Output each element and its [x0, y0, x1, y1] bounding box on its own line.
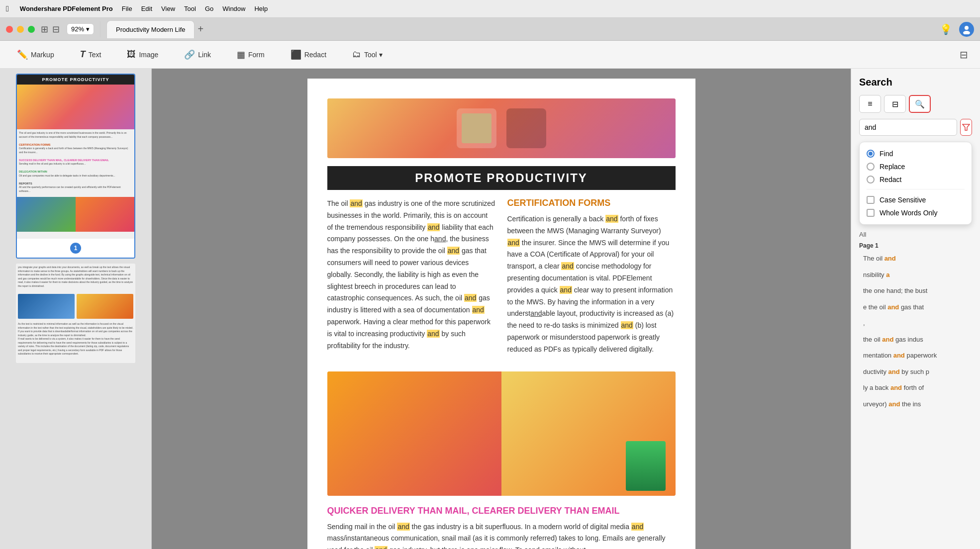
highlight-and-6: and: [427, 330, 439, 338]
doc-image-area: [327, 371, 676, 496]
result-item-6[interactable]: the oil and gas indus: [859, 332, 972, 347]
replace-radio[interactable]: [867, 163, 875, 171]
case-sensitive-checkbox[interactable]: [867, 196, 875, 204]
toolbar: ✏️ Markup T Text 🖼 Image 🔗 Link ▦ Form ⬛…: [0, 41, 980, 69]
maximize-button[interactable]: [28, 26, 35, 33]
find-option[interactable]: Find: [867, 147, 965, 160]
result-highlight-6: and: [882, 336, 893, 343]
menu-tool[interactable]: Tool: [184, 5, 196, 12]
result-highlight-1: and: [884, 255, 896, 262]
thumbnail-sidebar: PROMOTE PRODUCTIVITY The oil and gas ind…: [0, 69, 152, 549]
find-label: Find: [880, 150, 893, 158]
result-item-1[interactable]: The oil and: [859, 251, 972, 266]
image-tool[interactable]: 🖼 Image: [122, 46, 163, 63]
panel-toggle-icon[interactable]: ⊟: [52, 24, 60, 35]
result-item-10[interactable]: urveyor) and the ins: [859, 397, 972, 412]
search-tab-list[interactable]: ⊟: [884, 95, 906, 113]
text-tool[interactable]: T Text: [75, 46, 106, 63]
case-sensitive-label: Case Sensitive: [880, 196, 926, 204]
text-label: Text: [89, 51, 101, 59]
menu-view[interactable]: View: [161, 5, 175, 12]
highlight-and-5: and: [472, 306, 485, 314]
apple-logo-icon: : [6, 4, 9, 13]
close-button[interactable]: [6, 26, 13, 33]
result-item-4[interactable]: e the oil and gas that: [859, 300, 972, 315]
highlight-and-r3: and: [561, 262, 574, 270]
result-item-3[interactable]: the one hand; the bust: [859, 283, 972, 298]
link-tool[interactable]: 🔗 Link: [179, 46, 216, 63]
tool-dropdown[interactable]: 🗂 Tool ▾: [347, 46, 388, 63]
doc-header-banner: [327, 98, 676, 158]
whole-words-checkbox[interactable]: [867, 209, 875, 217]
svg-point-1: [963, 31, 970, 34]
grid-view-icon[interactable]: ⊞: [41, 24, 48, 35]
case-sensitive-option[interactable]: Case Sensitive: [867, 193, 965, 206]
link-label: Link: [198, 51, 211, 59]
doc-left-col: The oil and gas industry is one of the m…: [327, 198, 495, 364]
result-item-9[interactable]: ly a back and forth of: [859, 380, 972, 395]
result-item-5[interactable]: ,: [859, 316, 972, 331]
certification-title: CERTIFICATION FORMS: [507, 198, 676, 208]
tool-label: Tool ▾: [364, 51, 383, 59]
minimize-button[interactable]: [17, 26, 24, 33]
redact-option[interactable]: Redact: [867, 173, 965, 186]
doc-right-col: CERTIFICATION FORMS Certification is gen…: [507, 198, 676, 364]
result-item-7[interactable]: mentation and paperwork: [859, 348, 972, 363]
search-input[interactable]: [859, 119, 957, 136]
replace-option[interactable]: Replace: [867, 160, 965, 173]
markup-tool[interactable]: ✏️ Markup: [12, 46, 59, 63]
doc-two-col: The oil and gas industry is one of the m…: [327, 198, 676, 364]
search-input-row: [859, 119, 972, 136]
find-radio[interactable]: [867, 150, 875, 158]
markup-label: Markup: [31, 51, 54, 59]
add-tab-button[interactable]: +: [197, 23, 203, 35]
markup-icon: ✏️: [17, 49, 28, 60]
result-item-2[interactable]: nsibility a: [859, 268, 972, 282]
main-layout: PROMOTE PRODUCTIVITY The oil and gas ind…: [0, 69, 980, 549]
form-label: Form: [248, 51, 265, 59]
whole-words-label: Whole Words Only: [880, 209, 937, 217]
thumb-img-2: you integrate your graphs and data into …: [16, 264, 135, 363]
zoom-control[interactable]: 92% ▾: [67, 23, 94, 35]
result-highlight-10: and: [888, 400, 900, 408]
app-name: Wondershare PDFelement Pro: [20, 5, 113, 12]
checkbox-section: Case Sensitive Whole Words Only: [867, 189, 965, 219]
tool-icon: 🗂: [352, 49, 361, 60]
result-page-label: Page 1: [859, 242, 972, 249]
thumb-title: PROMOTE PRODUCTIVITY: [17, 75, 134, 85]
redact-label: Redact: [304, 51, 326, 59]
tab-productivity[interactable]: Productivity Modern Life: [106, 20, 195, 38]
replace-label: Replace: [880, 163, 905, 171]
image-icon: 🖼: [127, 49, 136, 60]
tab-title: Productivity Modern Life: [116, 26, 185, 33]
highlight-and-b3: and: [375, 546, 387, 549]
redact-tool[interactable]: ⬛ Redact: [286, 46, 331, 63]
tips-icon[interactable]: 💡: [940, 23, 952, 35]
menu-edit[interactable]: Edit: [141, 5, 152, 12]
svg-point-0: [965, 26, 969, 30]
search-tab-find[interactable]: 🔍: [909, 95, 931, 113]
quicker-text: Sending mail in the oil and the gas indu…: [327, 521, 676, 549]
sidebar-toggle-icon[interactable]: ⊟: [960, 49, 968, 61]
page-1-thumbnail[interactable]: PROMOTE PRODUCTIVITY The oil and gas ind…: [16, 74, 135, 259]
redact-radio[interactable]: [867, 176, 875, 183]
menu-go[interactable]: Go: [205, 5, 213, 12]
highlight-and-3: and: [447, 247, 460, 255]
traffic-lights: [6, 26, 35, 33]
menu-window[interactable]: Window: [222, 5, 245, 12]
form-tool[interactable]: ▦ Form: [232, 46, 270, 63]
whole-words-option[interactable]: Whole Words Only: [867, 206, 965, 219]
avatar[interactable]: [959, 22, 974, 37]
doc-page: PROMOTE PRODUCTIVITY The oil and gas ind…: [307, 79, 695, 549]
result-all-label: All: [859, 231, 972, 238]
result-item-8[interactable]: ductivity and by such p: [859, 365, 972, 379]
zoom-chevron-icon: ▾: [86, 25, 90, 33]
text-icon: T: [80, 49, 86, 60]
menu-help[interactable]: Help: [254, 5, 268, 12]
highlight-and-r5: and: [621, 321, 633, 329]
page-2-thumbnail[interactable]: you integrate your graphs and data into …: [16, 264, 135, 363]
menu-file[interactable]: File: [122, 5, 132, 12]
search-tab-text[interactable]: ≡: [859, 95, 881, 113]
image-label: Image: [139, 51, 158, 59]
filter-button[interactable]: [960, 119, 972, 136]
